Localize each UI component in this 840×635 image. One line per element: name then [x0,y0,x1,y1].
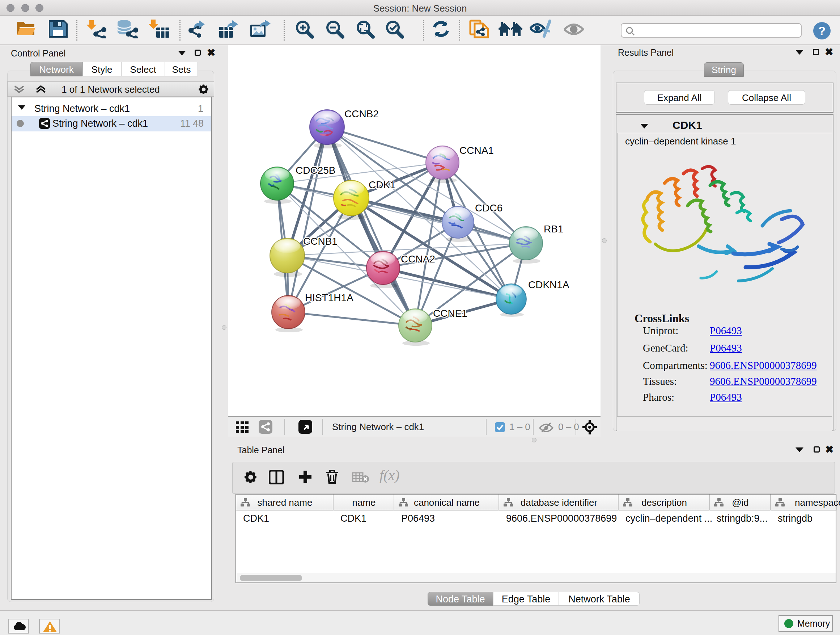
svg-text:CDC6: CDC6 [475,203,502,214]
svg-text:CCNB2: CCNB2 [344,108,379,119]
svg-text:CCNB1: CCNB1 [303,236,338,247]
svg-text:?: ? [818,24,826,38]
svg-text:CDKN1A: CDKN1A [528,279,569,290]
svg-text:CCNA1: CCNA1 [459,145,494,156]
svg-text:CDC25B: CDC25B [295,165,335,176]
svg-text:HIST1H1A: HIST1H1A [305,292,354,303]
svg-text:RB1: RB1 [544,223,563,234]
svg-text:CCNE1: CCNE1 [433,308,467,319]
svg-text:CDK1: CDK1 [369,179,396,190]
svg-text:CCNA2: CCNA2 [401,253,435,264]
